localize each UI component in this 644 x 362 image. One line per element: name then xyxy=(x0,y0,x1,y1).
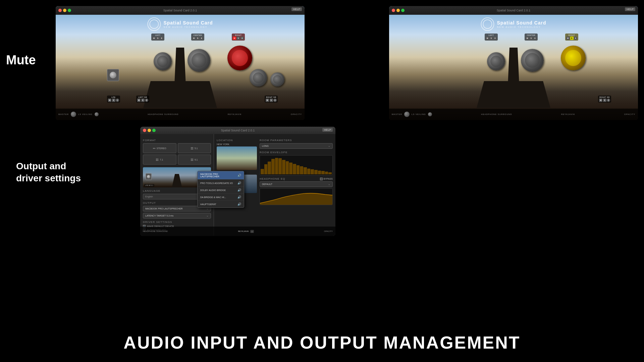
church-graphic xyxy=(137,41,224,108)
ls-veiling-knob[interactable] xyxy=(95,112,99,116)
left-num-btn[interactable]: 8 xyxy=(160,37,163,40)
center-num-btn[interactable]: 6 xyxy=(200,37,203,40)
app-subtitle-2: NEW AUDIO TECHNOLOGY xyxy=(497,26,546,28)
left-mute-btn[interactable]: M xyxy=(152,37,156,40)
lsr-mute-btn[interactable]: M xyxy=(137,99,141,102)
rsr-num-btn[interactable]: 2 xyxy=(273,99,277,102)
left-n-s[interactable]: 8 xyxy=(493,37,497,40)
output-dropdown-overlay: MACBOOK PRO LAUTSPRECHER 🔊 PRO TOOLS AGG… xyxy=(197,171,244,208)
title-bar: Spatial Sound Card 2.0.1 HELP xyxy=(56,6,305,15)
right-num-btn[interactable]: 8 xyxy=(240,37,244,40)
left-speaker xyxy=(154,52,172,70)
bottom-bar-2: MASTER LS VEILING HEADPHONE SURROUND REY… xyxy=(389,109,638,120)
dd-item-1[interactable]: MACBOOK PRO LAUTSPRECHER 🔊 xyxy=(198,171,244,180)
center-n-s[interactable]: 6 xyxy=(533,37,537,40)
center-ch-solo: CENTER M S 6 xyxy=(525,34,538,41)
ssc-logo-2: Spatial Sound Card NEW AUDIO TECHNOLOGY xyxy=(481,17,546,31)
right-rear-speaker xyxy=(270,72,284,86)
help-btn-2[interactable]: HELP xyxy=(625,7,635,11)
right-ch-solo: RIGHT M S 8 xyxy=(565,34,578,41)
output-settings-label: Output and driver settings xyxy=(6,127,127,185)
format-grid: STEREO 5.1 7.1 9.1 xyxy=(143,143,211,165)
church-2 xyxy=(470,41,557,108)
rsr-s: RIGHT SR M S 2 xyxy=(598,96,611,103)
71-btn[interactable]: 7.1 xyxy=(143,155,176,165)
master-knob-2[interactable] xyxy=(404,112,410,117)
minimize-button[interactable] xyxy=(63,9,66,12)
rsr-solo-btn[interactable]: S xyxy=(270,99,273,102)
opacity-label: OPACITY xyxy=(291,113,302,115)
close-btn-2[interactable] xyxy=(392,9,395,12)
right-channel-strip: RIGHT M S 8 xyxy=(232,34,245,41)
help-button[interactable]: HELP xyxy=(291,7,302,11)
center-mute-btn[interactable]: M xyxy=(192,37,196,40)
eq-default-dropdown[interactable]: DEFAULT ⌄ xyxy=(260,181,333,187)
rsr-mute-btn[interactable]: M xyxy=(266,99,269,102)
lfe-mute-btn[interactable]: M xyxy=(108,99,111,102)
settings-reyk-btn[interactable]: ⊙ xyxy=(250,230,254,233)
max-s[interactable] xyxy=(152,129,156,132)
left-channel-strip: LEFT M S 8 xyxy=(151,34,164,41)
lfe-solo-btn[interactable]: S xyxy=(112,99,115,102)
right-m-s2[interactable]: M xyxy=(566,37,570,40)
close-s[interactable] xyxy=(143,129,146,132)
bypass-checkbox[interactable] xyxy=(320,178,323,180)
left-solo-btn[interactable]: S xyxy=(156,37,160,40)
ssc-logo: Spatial Sound Card NEW AUDIO TECHNOLOGY xyxy=(147,17,213,31)
ls-knob-2[interactable] xyxy=(428,112,432,116)
dd-item-3[interactable]: DOLBY AUDIO BRIDGE 🔊 xyxy=(198,187,244,194)
center-label: CENTER xyxy=(194,34,202,36)
right-solo-btn[interactable]: S xyxy=(237,37,240,40)
stereo-btn[interactable]: STEREO xyxy=(143,143,176,153)
left-spk-s xyxy=(487,52,505,70)
new-york-thumb[interactable] xyxy=(217,146,257,170)
rsr-m-s[interactable]: M xyxy=(599,99,602,102)
min-btn-2[interactable] xyxy=(396,9,400,12)
master-label: MASTER xyxy=(58,113,69,115)
latency-dropdown[interactable]: LATENCY TARGET 5.3 ms ⌄ xyxy=(143,213,211,219)
left-sr-strip: LEFT SR M S 2 xyxy=(136,96,149,103)
page-title: AUDIO INPUT AND OUTPUT MANAGEMENT xyxy=(0,333,644,353)
help-s[interactable]: HELP xyxy=(322,128,333,132)
solo-screenshot: Spatial Sound Card 2.0.1 HELP Spatial So… xyxy=(389,6,638,120)
lsr-solo-btn[interactable]: S xyxy=(141,99,145,102)
lsr-num-btn[interactable]: 2 xyxy=(145,99,148,102)
dd-item-2[interactable]: PRO TOOLS AGGREGATE I/O 🔊 xyxy=(198,180,244,187)
51-btn[interactable]: 5.1 xyxy=(178,143,211,153)
bottom-bar: MASTER LS VEILING HEADPHONE SURROUND REY… xyxy=(56,109,305,120)
room-long-dropdown[interactable]: LONG ⌄ xyxy=(260,143,333,149)
settings-body: FORMAT STEREO 5.1 7.1 xyxy=(140,134,335,236)
rsr-s-s[interactable]: S xyxy=(603,99,606,102)
ssc-icon xyxy=(147,17,161,31)
right-n-s2[interactable]: 8 xyxy=(574,37,577,40)
91-btn[interactable]: 9.1 xyxy=(178,155,211,165)
max-btn-2[interactable] xyxy=(401,9,405,12)
rsr-n-s[interactable]: 2 xyxy=(607,99,610,102)
settings-title-bar: Spatial Sound Card 2.0.1 HELP xyxy=(140,127,335,134)
lfe-strip: LFE M S 1 xyxy=(107,96,120,103)
ssc-icon-2 xyxy=(481,17,494,31)
center-solo-btn[interactable]: S xyxy=(196,37,200,40)
right-mute-btn[interactable]: M xyxy=(233,37,236,40)
maximize-button[interactable] xyxy=(68,9,71,12)
min-s[interactable] xyxy=(148,129,151,132)
format-title: FORMAT xyxy=(143,139,211,142)
right-s-s2[interactable]: S xyxy=(570,37,574,40)
right-surround-speaker xyxy=(250,69,267,86)
ls-veiling-label: LS VEILING xyxy=(78,113,93,115)
dd-item-4[interactable]: DA BRIDGE & MAC HI... 🔊 xyxy=(198,194,244,201)
center-s-s[interactable]: S xyxy=(530,37,533,40)
app-title-2: Spatial Sound Card xyxy=(497,20,546,25)
close-button[interactable] xyxy=(58,9,62,12)
dd-item-5[interactable]: HAUPTGERÄT 🔊 xyxy=(198,201,244,207)
traffic-lights xyxy=(58,9,71,12)
settings-bottom-bar: HEADPHONE SURROUND REYKJAVIK ⊙ OPACITY xyxy=(140,227,335,236)
master-knob[interactable] xyxy=(71,112,76,117)
bottom-section: Output and driver settings Spatial Sound… xyxy=(0,120,644,236)
center-m-s[interactable]: M xyxy=(526,37,529,40)
left-s-s[interactable]: S xyxy=(490,37,493,40)
left-m-s[interactable]: M xyxy=(486,37,489,40)
hp-surround-label: HEADPHONE SURROUND xyxy=(148,113,178,115)
lfe-num-btn[interactable]: 1 xyxy=(116,99,119,102)
mute-screenshot: Spatial Sound Card 2.0.1 HELP Spatial So… xyxy=(56,6,305,120)
